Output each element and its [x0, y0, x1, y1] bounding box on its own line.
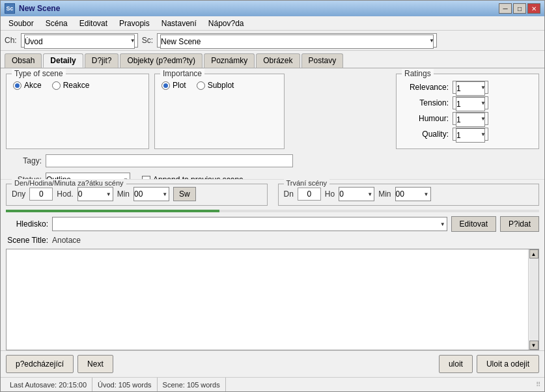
scroll-up-button[interactable]: ▲: [529, 249, 538, 259]
tags-row: Tagy:: [6, 154, 539, 167]
hledisko-select[interactable]: [52, 217, 447, 231]
type-of-scene-section: Type of scene Akce Reakce: [6, 74, 149, 149]
tab-objekty[interactable]: Objekty (p?edm?ty): [120, 53, 203, 68]
close-button[interactable]: ✕: [527, 3, 540, 14]
ho-min-combo-wrap[interactable]: 00153045: [395, 187, 431, 201]
min-select[interactable]: 00153045: [133, 187, 169, 201]
type-reakce[interactable]: Reakce: [52, 81, 90, 90]
ratings-title: Ratings: [402, 69, 434, 78]
minimize-button[interactable]: ─: [499, 3, 512, 14]
status-combo-wrap[interactable]: Outline Draft Final: [46, 173, 130, 179]
min-combo-wrap[interactable]: 00153045: [133, 187, 169, 201]
rating-tension-combo[interactable]: 1 2345: [453, 96, 488, 109]
menu-scena[interactable]: Scéna: [40, 18, 73, 29]
rating-quality-label: Quality:: [403, 130, 449, 139]
uloit-odejit-button[interactable]: Uloit a odejit: [477, 355, 539, 373]
scene-title-value: Anotace: [52, 236, 81, 245]
type-akce[interactable]: Akce: [13, 81, 42, 90]
ch-select[interactable]: Úvod: [24, 35, 135, 49]
rating-relevance-combo[interactable]: 1 2345: [453, 81, 488, 94]
sc-select[interactable]: New Scene: [160, 35, 434, 49]
hledisko-row: Hledisko: Editovat P?idat: [6, 216, 539, 232]
prev-button[interactable]: p?edcházející: [6, 355, 74, 373]
tab-poznamky[interactable]: Poznámky: [204, 53, 255, 68]
importance-plot[interactable]: Plot: [161, 81, 186, 90]
bottom-form: Hledisko: Editovat P?idat Scene Title: A…: [1, 212, 544, 249]
app-icon: Sc: [5, 3, 15, 14]
scroll-down-button[interactable]: ▼: [529, 341, 538, 350]
den-group: Den/Hodina/Minuta za?átku scény Dny Hod.…: [6, 184, 268, 206]
tab-postavy[interactable]: Postavy: [301, 53, 344, 68]
menu-napoveda[interactable]: Nápov?da: [203, 18, 249, 29]
rating-relevance-row: Relevance: 1 2345: [403, 81, 532, 94]
trvani-group: Trvání scény Dn Ho 012 Min 00153045: [278, 184, 540, 206]
notes-textarea[interactable]: [7, 249, 528, 350]
rating-tension-select[interactable]: 1 2345: [456, 97, 485, 111]
status-select[interactable]: Outline Draft Final: [46, 173, 130, 179]
text-area-container: ▲ ▼: [6, 249, 539, 350]
sw-button[interactable]: Sw: [173, 187, 196, 201]
rating-relevance-label: Relevance:: [403, 83, 449, 92]
importance-plot-label: Plot: [173, 81, 186, 90]
rating-quality-row: Quality: 1 2345: [403, 128, 532, 141]
content-area: Type of scene Akce Reakce Impo: [1, 68, 544, 179]
importance-subplot-radio[interactable]: [197, 81, 205, 90]
rating-humour-combo[interactable]: 1 2345: [453, 112, 488, 125]
menu-editovat[interactable]: Editovat: [74, 18, 113, 29]
dn-label: Dn: [284, 189, 294, 199]
importance-section: Importance Plot Subplot: [154, 74, 285, 149]
tab-obrazek[interactable]: Obrázek: [256, 53, 300, 68]
rating-quality-select[interactable]: 1 2345: [456, 128, 485, 143]
hod-select[interactable]: 0123: [77, 187, 113, 201]
tab-dejit[interactable]: D?jit?: [85, 53, 119, 68]
tags-label: Tagy:: [6, 156, 42, 165]
ho-select[interactable]: 012: [339, 187, 374, 201]
tab-detaily[interactable]: Detaily: [43, 53, 83, 68]
next-button[interactable]: Next: [77, 355, 113, 373]
hod-combo-wrap[interactable]: 0123: [77, 187, 113, 201]
tags-input[interactable]: [46, 154, 293, 167]
top-section: Type of scene Akce Reakce Impo: [6, 74, 539, 149]
hledisko-label: Hledisko:: [6, 219, 48, 229]
window-controls: ─ □ ✕: [499, 3, 540, 14]
uloit-button[interactable]: uloit: [439, 355, 473, 373]
ho-label: Ho: [325, 189, 335, 199]
menu-nastaveni[interactable]: Nastavení: [156, 18, 202, 29]
editovat-button[interactable]: Editovat: [451, 216, 496, 232]
autosave-status: Last Autosave: 20:15:00: [5, 378, 92, 391]
scene-words-status: Scene: 105 words: [158, 378, 226, 391]
importance-title: Importance: [160, 69, 204, 78]
uvod-words-status: Úvod: 105 words: [92, 378, 158, 391]
type-akce-radio[interactable]: [13, 81, 21, 90]
ho-min-select[interactable]: 00153045: [395, 187, 431, 201]
hledisko-combo-wrap[interactable]: [52, 217, 447, 231]
resize-handle[interactable]: ⠿: [536, 381, 540, 388]
timing-section: Den/Hodina/Minuta za?átku scény Dny Hod.…: [1, 179, 544, 210]
dny-label: Dny: [12, 189, 25, 199]
dn-input[interactable]: [298, 188, 321, 201]
tab-obsah[interactable]: Obsah: [5, 53, 42, 68]
pridat-button[interactable]: P?idat: [500, 216, 539, 232]
rating-relevance-select[interactable]: 1 2345: [456, 81, 485, 96]
dny-input[interactable]: [29, 188, 53, 201]
ho-combo-wrap[interactable]: 012: [339, 187, 374, 201]
importance-subplot[interactable]: Subplot: [197, 81, 234, 90]
scrollbar[interactable]: ▲ ▼: [528, 249, 538, 350]
ho-min-label: Min: [378, 189, 391, 199]
importance-radio-row: Plot Subplot: [161, 81, 277, 90]
type-akce-label: Akce: [24, 81, 42, 90]
window-title: New Scene: [19, 4, 495, 13]
ratings-section: Ratings Relevance: 1 2345: [396, 74, 539, 149]
den-title: Den/Hodina/Minuta za?átku scény: [12, 179, 126, 187]
sc-combo[interactable]: New Scene: [157, 33, 437, 48]
maximize-button[interactable]: □: [513, 3, 526, 14]
ch-combo[interactable]: Úvod: [21, 33, 138, 48]
status-row: Status: Outline Draft Final Append to pr…: [6, 173, 539, 179]
menu-pravopis[interactable]: Pravopis: [114, 18, 155, 29]
importance-plot-radio[interactable]: [161, 81, 170, 90]
scrollbar-track: [529, 259, 538, 341]
menu-soubor[interactable]: Soubor: [3, 18, 39, 29]
rating-humour-select[interactable]: 1 2345: [456, 113, 485, 127]
rating-quality-combo[interactable]: 1 2345: [453, 128, 488, 141]
type-reakce-radio[interactable]: [52, 81, 61, 90]
